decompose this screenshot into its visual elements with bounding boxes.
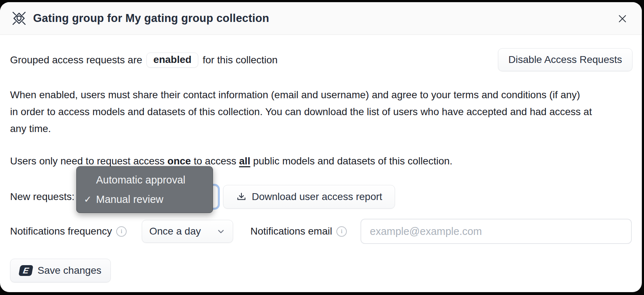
download-report-label: Download user access report xyxy=(252,191,382,203)
download-report-button[interactable]: Download user access report xyxy=(223,185,395,209)
notifications-email-input[interactable] xyxy=(360,219,632,244)
description-line: in order to access models and datasets o… xyxy=(10,103,632,120)
status-row: Grouped access requests are enabled for … xyxy=(10,48,632,72)
check-icon: ✓ xyxy=(84,194,96,205)
disable-access-requests-button[interactable]: Disable Access Requests xyxy=(498,48,632,71)
frequency-selected-value: Once a day xyxy=(149,226,201,237)
status-suffix: for this collection xyxy=(203,54,278,66)
chevron-down-icon xyxy=(216,227,226,236)
notifications-row: Notifications frequency i Once a day Not… xyxy=(0,219,642,244)
note-text: public models and datasets of this colle… xyxy=(250,155,453,167)
option-label: Automatic approval xyxy=(96,174,185,186)
description-line: any time. xyxy=(10,120,632,137)
gating-group-modal: Gating group for My gating group collect… xyxy=(0,2,642,292)
note-once: once xyxy=(167,155,191,167)
enabled-badge: enabled xyxy=(146,53,198,68)
enterprise-icon: E xyxy=(19,265,33,276)
note-text: to access xyxy=(191,155,239,167)
close-button[interactable] xyxy=(615,12,630,26)
status-prefix: Grouped access requests are xyxy=(10,54,142,66)
notifications-frequency-label-group: Notifications frequency i xyxy=(10,219,127,244)
modal-header: Gating group for My gating group collect… xyxy=(0,2,642,35)
note-text: Users only need to request access xyxy=(10,155,167,167)
new-requests-label: New requests: xyxy=(10,185,74,209)
notifications-email-label-group: Notifications email i xyxy=(250,219,347,244)
notifications-email-label: Notifications email xyxy=(250,226,332,237)
new-requests-dropdown: Automatic approval ✓ Manual review xyxy=(76,166,213,213)
info-icon[interactable]: i xyxy=(336,226,347,237)
save-changes-button[interactable]: E Save changes xyxy=(10,259,111,282)
close-icon xyxy=(617,13,628,24)
dropdown-option-manual-review[interactable]: ✓ Manual review xyxy=(77,190,213,209)
note-all: all xyxy=(239,155,250,167)
download-icon xyxy=(236,191,247,202)
option-label: Manual review xyxy=(96,194,163,205)
info-icon[interactable]: i xyxy=(116,226,127,237)
save-changes-label: Save changes xyxy=(37,265,101,276)
notifications-frequency-label: Notifications frequency xyxy=(10,226,112,237)
modal-title: Gating group for My gating group collect… xyxy=(33,12,269,25)
notifications-frequency-select[interactable]: Once a day xyxy=(142,220,233,243)
gating-group-icon xyxy=(11,10,27,27)
description-line: When enabled, users must share their con… xyxy=(10,86,632,103)
dropdown-option-automatic-approval[interactable]: Automatic approval xyxy=(77,170,213,190)
description-paragraph: When enabled, users must share their con… xyxy=(10,86,632,137)
